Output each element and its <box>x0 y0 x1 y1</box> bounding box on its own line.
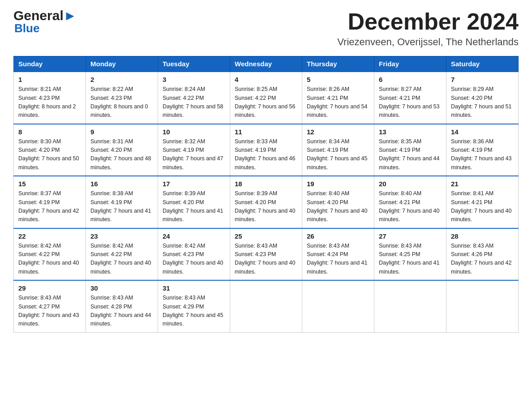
calendar-day-cell: 22 Sunrise: 8:42 AM Sunset: 4:22 PM Dayl… <box>14 228 86 281</box>
calendar-day-cell: 31 Sunrise: 8:43 AM Sunset: 4:29 PM Dayl… <box>158 280 230 332</box>
day-number: 28 <box>451 232 514 240</box>
calendar-header-row: SundayMondayTuesdayWednesdayThursdayFrid… <box>14 56 519 72</box>
day-info: Sunrise: 8:42 AM Sunset: 4:23 PM Dayligh… <box>163 242 225 277</box>
day-info: Sunrise: 8:21 AM Sunset: 4:23 PM Dayligh… <box>18 85 81 120</box>
calendar-day-cell: 21 Sunrise: 8:41 AM Sunset: 4:21 PM Dayl… <box>446 176 519 228</box>
calendar-day-cell <box>374 280 446 332</box>
day-number: 20 <box>379 180 442 188</box>
day-number: 10 <box>163 128 225 136</box>
day-info: Sunrise: 8:36 AM Sunset: 4:19 PM Dayligh… <box>451 137 514 172</box>
page-header: General► Blue December 2024 Vriezenveen,… <box>13 9 519 48</box>
day-number: 18 <box>235 180 297 188</box>
calendar-day-cell: 12 Sunrise: 8:34 AM Sunset: 4:19 PM Dayl… <box>302 124 374 176</box>
day-info: Sunrise: 8:43 AM Sunset: 4:26 PM Dayligh… <box>451 242 514 277</box>
calendar-day-cell: 1 Sunrise: 8:21 AM Sunset: 4:23 PM Dayli… <box>14 72 86 124</box>
calendar-day-cell: 10 Sunrise: 8:32 AM Sunset: 4:19 PM Dayl… <box>158 124 230 176</box>
day-info: Sunrise: 8:34 AM Sunset: 4:19 PM Dayligh… <box>307 137 369 172</box>
day-number: 30 <box>90 284 153 292</box>
day-info: Sunrise: 8:31 AM Sunset: 4:20 PM Dayligh… <box>90 137 153 172</box>
day-number: 5 <box>307 76 369 83</box>
day-number: 2 <box>90 76 153 83</box>
day-info: Sunrise: 8:42 AM Sunset: 4:22 PM Dayligh… <box>18 242 81 277</box>
calendar-week-row: 15 Sunrise: 8:37 AM Sunset: 4:19 PM Dayl… <box>14 176 519 228</box>
calendar-week-row: 8 Sunrise: 8:30 AM Sunset: 4:20 PM Dayli… <box>14 124 519 176</box>
calendar-week-row: 29 Sunrise: 8:43 AM Sunset: 4:27 PM Dayl… <box>14 280 519 332</box>
day-number: 27 <box>379 232 442 240</box>
day-number: 14 <box>451 128 514 136</box>
day-info: Sunrise: 8:35 AM Sunset: 4:19 PM Dayligh… <box>379 137 442 172</box>
calendar-day-cell <box>230 280 302 332</box>
calendar-day-cell: 3 Sunrise: 8:24 AM Sunset: 4:22 PM Dayli… <box>158 72 230 124</box>
day-of-week-header: Sunday <box>14 56 86 72</box>
calendar-day-cell: 7 Sunrise: 8:29 AM Sunset: 4:20 PM Dayli… <box>446 72 519 124</box>
calendar-day-cell <box>302 280 374 332</box>
day-info: Sunrise: 8:29 AM Sunset: 4:20 PM Dayligh… <box>451 85 514 120</box>
day-number: 7 <box>451 76 514 83</box>
day-info: Sunrise: 8:43 AM Sunset: 4:23 PM Dayligh… <box>235 242 297 277</box>
calendar-day-cell: 28 Sunrise: 8:43 AM Sunset: 4:26 PM Dayl… <box>446 228 519 281</box>
calendar-table: SundayMondayTuesdayWednesdayThursdayFrid… <box>13 56 519 333</box>
calendar-day-cell: 2 Sunrise: 8:22 AM Sunset: 4:23 PM Dayli… <box>86 72 158 124</box>
day-info: Sunrise: 8:26 AM Sunset: 4:21 PM Dayligh… <box>307 85 369 120</box>
location-title: Vriezenveen, Overijssel, The Netherlands <box>337 36 519 48</box>
day-info: Sunrise: 8:38 AM Sunset: 4:19 PM Dayligh… <box>90 189 153 224</box>
calendar-week-row: 1 Sunrise: 8:21 AM Sunset: 4:23 PM Dayli… <box>14 72 519 124</box>
day-info: Sunrise: 8:41 AM Sunset: 4:21 PM Dayligh… <box>451 189 514 224</box>
calendar-day-cell: 5 Sunrise: 8:26 AM Sunset: 4:21 PM Dayli… <box>302 72 374 124</box>
day-number: 24 <box>163 232 225 240</box>
calendar-week-row: 22 Sunrise: 8:42 AM Sunset: 4:22 PM Dayl… <box>14 228 519 281</box>
calendar-day-cell: 14 Sunrise: 8:36 AM Sunset: 4:19 PM Dayl… <box>446 124 519 176</box>
calendar-day-cell: 30 Sunrise: 8:43 AM Sunset: 4:28 PM Dayl… <box>86 280 158 332</box>
day-number: 23 <box>90 232 153 240</box>
calendar-day-cell: 25 Sunrise: 8:43 AM Sunset: 4:23 PM Dayl… <box>230 228 302 281</box>
day-info: Sunrise: 8:43 AM Sunset: 4:25 PM Dayligh… <box>379 242 442 277</box>
calendar-day-cell: 9 Sunrise: 8:31 AM Sunset: 4:20 PM Dayli… <box>86 124 158 176</box>
logo: General► Blue <box>13 9 77 34</box>
day-number: 26 <box>307 232 369 240</box>
calendar-day-cell: 24 Sunrise: 8:42 AM Sunset: 4:23 PM Dayl… <box>158 228 230 281</box>
logo-general: General► <box>13 9 77 22</box>
calendar-day-cell: 6 Sunrise: 8:27 AM Sunset: 4:21 PM Dayli… <box>374 72 446 124</box>
month-title: December 2024 <box>337 9 519 34</box>
day-number: 29 <box>18 284 81 292</box>
day-info: Sunrise: 8:43 AM Sunset: 4:29 PM Dayligh… <box>163 294 225 329</box>
calendar-day-cell: 23 Sunrise: 8:42 AM Sunset: 4:22 PM Dayl… <box>86 228 158 281</box>
day-info: Sunrise: 8:43 AM Sunset: 4:28 PM Dayligh… <box>90 294 153 329</box>
day-number: 13 <box>379 128 442 136</box>
calendar-day-cell: 8 Sunrise: 8:30 AM Sunset: 4:20 PM Dayli… <box>14 124 86 176</box>
day-info: Sunrise: 8:37 AM Sunset: 4:19 PM Dayligh… <box>18 189 81 224</box>
day-of-week-header: Monday <box>86 56 158 72</box>
day-number: 12 <box>307 128 369 136</box>
day-number: 17 <box>163 180 225 188</box>
calendar-day-cell: 19 Sunrise: 8:40 AM Sunset: 4:20 PM Dayl… <box>302 176 374 228</box>
day-number: 1 <box>18 76 81 83</box>
calendar-day-cell: 17 Sunrise: 8:39 AM Sunset: 4:20 PM Dayl… <box>158 176 230 228</box>
day-info: Sunrise: 8:33 AM Sunset: 4:19 PM Dayligh… <box>235 137 297 172</box>
calendar-day-cell: 15 Sunrise: 8:37 AM Sunset: 4:19 PM Dayl… <box>14 176 86 228</box>
day-number: 4 <box>235 76 297 83</box>
day-info: Sunrise: 8:39 AM Sunset: 4:20 PM Dayligh… <box>235 189 297 224</box>
calendar-day-cell: 11 Sunrise: 8:33 AM Sunset: 4:19 PM Dayl… <box>230 124 302 176</box>
day-info: Sunrise: 8:42 AM Sunset: 4:22 PM Dayligh… <box>90 242 153 277</box>
day-info: Sunrise: 8:40 AM Sunset: 4:20 PM Dayligh… <box>307 189 369 224</box>
day-number: 11 <box>235 128 297 136</box>
calendar-day-cell: 26 Sunrise: 8:43 AM Sunset: 4:24 PM Dayl… <box>302 228 374 281</box>
day-info: Sunrise: 8:43 AM Sunset: 4:24 PM Dayligh… <box>307 242 369 277</box>
day-number: 22 <box>18 232 81 240</box>
day-number: 25 <box>235 232 297 240</box>
day-info: Sunrise: 8:39 AM Sunset: 4:20 PM Dayligh… <box>163 189 225 224</box>
day-number: 6 <box>379 76 442 83</box>
day-info: Sunrise: 8:43 AM Sunset: 4:27 PM Dayligh… <box>18 294 81 329</box>
calendar-day-cell: 29 Sunrise: 8:43 AM Sunset: 4:27 PM Dayl… <box>14 280 86 332</box>
day-info: Sunrise: 8:25 AM Sunset: 4:22 PM Dayligh… <box>235 85 297 120</box>
calendar-day-cell: 4 Sunrise: 8:25 AM Sunset: 4:22 PM Dayli… <box>230 72 302 124</box>
logo-blue-text: Blue <box>14 22 39 34</box>
day-number: 15 <box>18 180 81 188</box>
calendar-day-cell <box>446 280 519 332</box>
day-of-week-header: Wednesday <box>230 56 302 72</box>
day-number: 16 <box>90 180 153 188</box>
day-of-week-header: Saturday <box>446 56 519 72</box>
day-info: Sunrise: 8:30 AM Sunset: 4:20 PM Dayligh… <box>18 137 81 172</box>
day-info: Sunrise: 8:27 AM Sunset: 4:21 PM Dayligh… <box>379 85 442 120</box>
day-number: 31 <box>163 284 225 292</box>
